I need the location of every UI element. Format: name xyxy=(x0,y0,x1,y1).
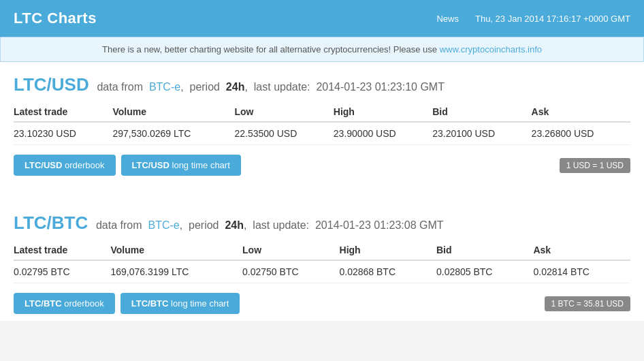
ltc-usd-data-from: data from xyxy=(97,81,143,93)
ltc-btc-pair: LTC/BTC xyxy=(14,213,88,233)
ltc-usd-meta: data from BTC-e, period 24h, last update… xyxy=(94,81,445,93)
notice-banner: There is a new, better charting website … xyxy=(0,37,644,62)
ltc-btc-data-from: data from xyxy=(96,219,142,231)
header-right: News Thu, 23 Jan 2014 17:16:17 +0000 GMT xyxy=(436,14,630,24)
ltc-usd-chart-button[interactable]: LTC/USD long time chart xyxy=(121,155,241,176)
th-high: High xyxy=(334,102,432,122)
th-volume-btc: Volume xyxy=(110,240,242,260)
header: LTC Charts News Thu, 23 Jan 2014 17:16:1… xyxy=(0,0,644,37)
ltc-btc-btn-group-left: LTC/BTC orderbook LTC/BTC long time char… xyxy=(14,293,240,314)
ltc-btc-orderbook-label-rest: orderbook xyxy=(64,298,104,309)
td-volume: 297,530.0269 LTC xyxy=(112,122,234,145)
td-latest-trade: 23.10230 USD xyxy=(14,122,112,145)
th-latest-trade-btc: Latest trade xyxy=(14,240,110,260)
ltc-usd-orderbook-label-rest: orderbook xyxy=(65,160,105,170)
ltc-btc-period-label: period xyxy=(189,219,219,231)
th-low-btc: Low xyxy=(242,240,339,260)
th-bid: Bid xyxy=(432,102,531,122)
ltc-btc-chart-label-strong: LTC/BTC xyxy=(131,298,171,309)
ltc-usd-chart-label-rest: long time chart xyxy=(172,160,230,170)
ltc-btc-last-update: 2014-01-23 01:23:08 GMT xyxy=(315,219,444,231)
ltc-btc-chart-button[interactable]: LTC/BTC long time chart xyxy=(120,293,240,314)
ltc-btc-chart-label-rest: long time chart xyxy=(171,298,229,309)
td-volume-btc: 169,076.3199 LTC xyxy=(110,260,242,283)
header-title: LTC Charts xyxy=(14,10,97,27)
ltc-btc-table: Latest trade Volume Low High Bid Ask 0.0… xyxy=(14,240,630,283)
th-bid-btc: Bid xyxy=(436,240,533,260)
td-low-btc: 0.02750 BTC xyxy=(242,260,339,283)
td-latest-trade-btc: 0.02795 BTC xyxy=(14,260,110,283)
ltc-usd-table: Latest trade Volume Low High Bid Ask 23.… xyxy=(14,102,630,145)
ltc-usd-data-row: 23.10230 USD 297,530.0269 LTC 22.53500 U… xyxy=(14,122,630,145)
ltc-usd-last-update: 2014-01-23 01:23:10 GMT xyxy=(316,81,445,93)
ltc-btc-heading: LTC/BTC data from BTC-e, period 24h, las… xyxy=(14,213,630,234)
header-datetime: Thu, 23 Jan 2014 17:16:17 +0000 GMT xyxy=(475,14,630,24)
ltc-usd-orderbook-label-strong: LTC/USD xyxy=(25,160,65,170)
ltc-usd-source[interactable]: BTC-e xyxy=(149,81,180,93)
ltc-usd-period-label: period xyxy=(189,81,219,93)
td-ask: 23.26800 USD xyxy=(532,122,630,145)
th-ask: Ask xyxy=(532,102,630,122)
td-ask-btc: 0.02814 BTC xyxy=(533,260,630,283)
ltc-usd-btn-group: LTC/USD orderbook LTC/USD long time char… xyxy=(14,155,630,183)
td-high: 23.90000 USD xyxy=(334,122,432,145)
td-bid-btc: 0.02805 BTC xyxy=(436,260,533,283)
header-news-link[interactable]: News xyxy=(436,14,459,24)
ltc-btc-btn-group: LTC/BTC orderbook LTC/BTC long time char… xyxy=(14,293,630,321)
ltc-btc-orderbook-label-strong: LTC/BTC xyxy=(25,298,64,309)
ltc-usd-btn-group-left: LTC/USD orderbook LTC/USD long time char… xyxy=(14,155,241,176)
ltc-usd-period: 24h xyxy=(226,81,245,93)
ltc-btc-meta: data from BTC-e, period 24h, last update… xyxy=(93,219,444,231)
th-low: Low xyxy=(234,102,333,122)
ltc-btc-source[interactable]: BTC-e xyxy=(148,219,179,231)
ltc-usd-heading: LTC/USD data from BTC-e, period 24h, las… xyxy=(14,74,630,95)
ltc-btc-last-update-label: last update: xyxy=(253,219,309,231)
ltc-btc-table-header-row: Latest trade Volume Low High Bid Ask xyxy=(14,240,630,260)
th-latest-trade: Latest trade xyxy=(14,102,112,122)
ltc-btc-section: LTC/BTC data from BTC-e, period 24h, las… xyxy=(0,203,644,321)
notice-text: There is a new, better charting website … xyxy=(102,44,440,54)
main-content: LTC/USD data from BTC-e, period 24h, las… xyxy=(0,62,644,183)
ltc-usd-chart-label-strong: LTC/USD xyxy=(132,160,172,170)
td-high-btc: 0.02868 BTC xyxy=(340,260,436,283)
th-volume: Volume xyxy=(112,102,234,122)
ltc-usd-exchange-rate: 1 USD = 1 USD xyxy=(560,158,630,173)
ltc-btc-period: 24h xyxy=(225,219,244,231)
ltc-usd-table-header-row: Latest trade Volume Low High Bid Ask xyxy=(14,102,630,122)
ltc-usd-orderbook-button[interactable]: LTC/USD orderbook xyxy=(14,155,116,176)
th-ask-btc: Ask xyxy=(533,240,630,260)
ltc-btc-data-row: 0.02795 BTC 169,076.3199 LTC 0.02750 BTC… xyxy=(14,260,630,283)
notice-link[interactable]: www.cryptocoincharts.info xyxy=(440,44,542,54)
td-low: 22.53500 USD xyxy=(234,122,333,145)
ltc-usd-section: LTC/USD data from BTC-e, period 24h, las… xyxy=(14,74,630,183)
ltc-usd-last-update-label: last update: xyxy=(254,81,310,93)
ltc-btc-orderbook-button[interactable]: LTC/BTC orderbook xyxy=(14,293,115,314)
td-bid: 23.20100 USD xyxy=(432,122,531,145)
ltc-usd-pair: LTC/USD xyxy=(14,74,89,95)
ltc-btc-exchange-rate: 1 BTC = 35.81 USD xyxy=(545,296,630,311)
section-spacer xyxy=(0,183,644,203)
th-high-btc: High xyxy=(340,240,436,260)
